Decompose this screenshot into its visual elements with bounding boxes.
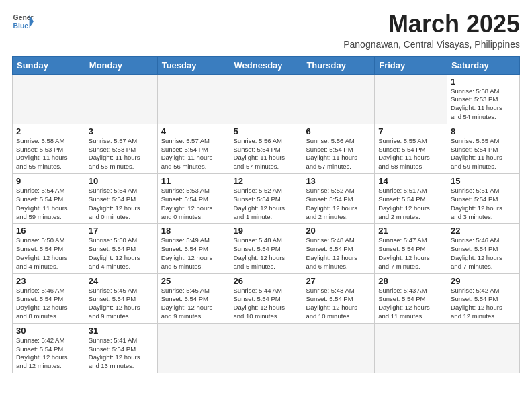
- calendar-cell: 19Sunrise: 5:48 AM Sunset: 5:54 PM Dayli…: [230, 224, 302, 273]
- day-info: Sunrise: 5:51 AM Sunset: 5:54 PM Dayligh…: [378, 187, 443, 221]
- day-info: Sunrise: 5:57 AM Sunset: 5:54 PM Dayligh…: [161, 137, 226, 171]
- day-number: 28: [378, 276, 443, 286]
- calendar-page: General Blue March 2025 Panognawan, Cent…: [0, 0, 532, 411]
- day-number: 12: [234, 176, 299, 186]
- day-number: 5: [234, 126, 299, 136]
- day-number: 1: [451, 77, 516, 87]
- day-number: 20: [306, 226, 371, 236]
- day-info: Sunrise: 5:48 AM Sunset: 5:54 PM Dayligh…: [234, 236, 299, 271]
- calendar-cell: 27Sunrise: 5:43 AM Sunset: 5:54 PM Dayli…: [302, 273, 375, 323]
- weekday-header-tuesday: Tuesday: [157, 56, 230, 74]
- day-info: Sunrise: 5:57 AM Sunset: 5:53 PM Dayligh…: [89, 137, 154, 171]
- day-number: 24: [89, 276, 154, 286]
- day-number: 7: [378, 126, 443, 136]
- calendar-cell: [13, 74, 85, 124]
- day-info: Sunrise: 5:52 AM Sunset: 5:54 PM Dayligh…: [306, 187, 371, 221]
- calendar-table: SundayMondayTuesdayWednesdayThursdayFrid…: [12, 56, 520, 374]
- weekday-header-thursday: Thursday: [302, 56, 375, 74]
- day-info: Sunrise: 5:42 AM Sunset: 5:54 PM Dayligh…: [451, 287, 516, 321]
- day-number: 3: [89, 126, 154, 136]
- calendar-cell: 11Sunrise: 5:53 AM Sunset: 5:54 PM Dayli…: [157, 174, 230, 224]
- calendar-cell: 20Sunrise: 5:48 AM Sunset: 5:54 PM Dayli…: [302, 224, 375, 273]
- day-number: 15: [451, 176, 516, 186]
- calendar-cell: [157, 74, 230, 124]
- calendar-cell: 3Sunrise: 5:57 AM Sunset: 5:53 PM Daylig…: [85, 124, 157, 173]
- day-number: 2: [16, 126, 81, 136]
- week-row-4: 23Sunrise: 5:46 AM Sunset: 5:54 PM Dayli…: [13, 273, 520, 323]
- calendar-cell: [302, 323, 375, 373]
- day-number: 19: [234, 226, 299, 236]
- logo-icon: General Blue: [12, 11, 34, 32]
- calendar-cell: [447, 323, 520, 373]
- day-info: Sunrise: 5:53 AM Sunset: 5:54 PM Dayligh…: [161, 187, 226, 221]
- calendar-cell: 25Sunrise: 5:45 AM Sunset: 5:54 PM Dayli…: [157, 273, 230, 323]
- calendar-cell: 23Sunrise: 5:46 AM Sunset: 5:54 PM Dayli…: [13, 273, 85, 323]
- day-number: 17: [89, 226, 154, 236]
- calendar-cell: 8Sunrise: 5:55 AM Sunset: 5:54 PM Daylig…: [447, 124, 520, 173]
- calendar-cell: [375, 74, 447, 124]
- day-info: Sunrise: 5:56 AM Sunset: 5:54 PM Dayligh…: [306, 137, 371, 171]
- calendar-cell: 14Sunrise: 5:51 AM Sunset: 5:54 PM Dayli…: [375, 174, 447, 224]
- calendar-cell: 4Sunrise: 5:57 AM Sunset: 5:54 PM Daylig…: [157, 124, 230, 173]
- day-info: Sunrise: 5:52 AM Sunset: 5:54 PM Dayligh…: [234, 187, 299, 221]
- calendar-cell: 2Sunrise: 5:58 AM Sunset: 5:53 PM Daylig…: [13, 124, 85, 173]
- calendar-cell: 5Sunrise: 5:56 AM Sunset: 5:54 PM Daylig…: [230, 124, 302, 173]
- calendar-cell: 22Sunrise: 5:46 AM Sunset: 5:54 PM Dayli…: [447, 224, 520, 273]
- calendar-cell: 9Sunrise: 5:54 AM Sunset: 5:54 PM Daylig…: [13, 174, 85, 224]
- calendar-cell: 6Sunrise: 5:56 AM Sunset: 5:54 PM Daylig…: [302, 124, 375, 173]
- calendar-cell: 18Sunrise: 5:49 AM Sunset: 5:54 PM Dayli…: [157, 224, 230, 273]
- day-number: 8: [451, 126, 516, 136]
- day-info: Sunrise: 5:49 AM Sunset: 5:54 PM Dayligh…: [161, 236, 226, 271]
- header: General Blue March 2025 Panognawan, Cent…: [12, 11, 520, 50]
- calendar-title: March 2025: [343, 11, 520, 38]
- day-number: 30: [16, 326, 81, 336]
- weekday-header-wednesday: Wednesday: [230, 56, 302, 74]
- calendar-cell: 13Sunrise: 5:52 AM Sunset: 5:54 PM Dayli…: [302, 174, 375, 224]
- day-number: 4: [161, 126, 226, 136]
- day-number: 25: [161, 276, 226, 286]
- day-number: 31: [89, 326, 154, 336]
- week-row-5: 30Sunrise: 5:42 AM Sunset: 5:54 PM Dayli…: [13, 323, 520, 373]
- calendar-cell: [157, 323, 230, 373]
- calendar-cell: 16Sunrise: 5:50 AM Sunset: 5:54 PM Dayli…: [13, 224, 85, 273]
- day-number: 18: [161, 226, 226, 236]
- calendar-cell: [375, 323, 447, 373]
- calendar-cell: 28Sunrise: 5:43 AM Sunset: 5:54 PM Dayli…: [375, 273, 447, 323]
- svg-text:Blue: Blue: [13, 22, 29, 30]
- day-info: Sunrise: 5:56 AM Sunset: 5:54 PM Dayligh…: [234, 137, 299, 171]
- calendar-cell: 7Sunrise: 5:55 AM Sunset: 5:54 PM Daylig…: [375, 124, 447, 173]
- calendar-cell: [85, 74, 157, 124]
- day-number: 26: [234, 276, 299, 286]
- calendar-subtitle: Panognawan, Central Visayas, Philippines: [343, 39, 520, 50]
- week-row-2: 9Sunrise: 5:54 AM Sunset: 5:54 PM Daylig…: [13, 174, 520, 224]
- week-row-0: 1Sunrise: 5:58 AM Sunset: 5:53 PM Daylig…: [13, 74, 520, 124]
- day-number: 29: [451, 276, 516, 286]
- weekday-header-monday: Monday: [85, 56, 157, 74]
- weekday-header-friday: Friday: [375, 56, 447, 74]
- day-info: Sunrise: 5:50 AM Sunset: 5:54 PM Dayligh…: [16, 236, 81, 271]
- day-info: Sunrise: 5:50 AM Sunset: 5:54 PM Dayligh…: [89, 236, 154, 271]
- day-number: 22: [451, 226, 516, 236]
- weekday-header-saturday: Saturday: [447, 56, 520, 74]
- day-info: Sunrise: 5:45 AM Sunset: 5:54 PM Dayligh…: [161, 287, 226, 321]
- logo: General Blue: [12, 11, 34, 32]
- title-block: March 2025 Panognawan, Central Visayas, …: [343, 11, 520, 50]
- day-info: Sunrise: 5:41 AM Sunset: 5:54 PM Dayligh…: [89, 336, 154, 371]
- day-number: 13: [306, 176, 371, 186]
- day-info: Sunrise: 5:58 AM Sunset: 5:53 PM Dayligh…: [16, 137, 81, 171]
- calendar-cell: 26Sunrise: 5:44 AM Sunset: 5:54 PM Dayli…: [230, 273, 302, 323]
- day-number: 11: [161, 176, 226, 186]
- day-info: Sunrise: 5:54 AM Sunset: 5:54 PM Dayligh…: [16, 187, 81, 221]
- day-info: Sunrise: 5:55 AM Sunset: 5:54 PM Dayligh…: [451, 137, 516, 171]
- day-info: Sunrise: 5:43 AM Sunset: 5:54 PM Dayligh…: [306, 287, 371, 321]
- calendar-cell: 24Sunrise: 5:45 AM Sunset: 5:54 PM Dayli…: [85, 273, 157, 323]
- day-number: 23: [16, 276, 81, 286]
- day-info: Sunrise: 5:46 AM Sunset: 5:54 PM Dayligh…: [451, 236, 516, 271]
- day-number: 27: [306, 276, 371, 286]
- day-info: Sunrise: 5:42 AM Sunset: 5:54 PM Dayligh…: [16, 336, 81, 371]
- week-row-3: 16Sunrise: 5:50 AM Sunset: 5:54 PM Dayli…: [13, 224, 520, 273]
- day-number: 6: [306, 126, 371, 136]
- day-number: 14: [378, 176, 443, 186]
- calendar-cell: 29Sunrise: 5:42 AM Sunset: 5:54 PM Dayli…: [447, 273, 520, 323]
- calendar-cell: 15Sunrise: 5:51 AM Sunset: 5:54 PM Dayli…: [447, 174, 520, 224]
